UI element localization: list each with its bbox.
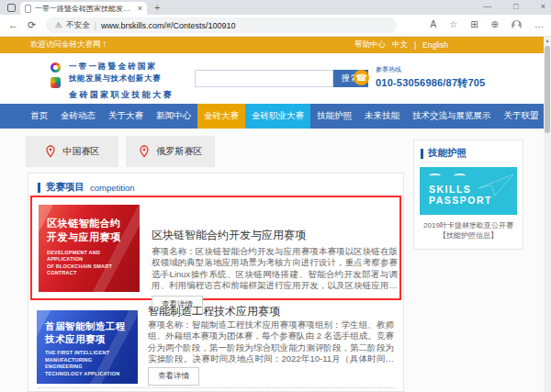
banner-en-line1: THE FIRST INTELLIGENT: [45, 350, 129, 356]
banner-en-line2: OF BLOCKCHAIN SMART CONTRACT: [47, 263, 131, 276]
window-controls: — □ ×: [483, 1, 545, 13]
page-icon: [25, 5, 31, 13]
minimize-icon[interactable]: —: [483, 1, 491, 13]
sidebar-divider: [421, 162, 516, 163]
nav-item-brics-contest[interactable]: 金砖大赛: [197, 104, 245, 129]
nav-item-tech-exchange[interactable]: 技术交流与展览展示: [406, 104, 498, 129]
hotline-label: 参赛热线: [376, 65, 485, 74]
url-field[interactable]: ⚠ 不安全 | www.brskills.com/#/Contests/1009…: [46, 17, 397, 33]
nav-item-about-alliance[interactable]: 关于联盟: [498, 104, 545, 129]
close-icon[interactable]: ×: [541, 1, 545, 13]
hotline-block: ☎ 参赛热线 010-53056986/87转705: [354, 65, 485, 90]
nav-item-future-skills[interactable]: 未来技能: [358, 104, 406, 129]
url-text: www.brskills.com/#/Contests/100910: [101, 21, 236, 30]
nav-item-home[interactable]: 首页: [24, 104, 54, 129]
section-title: 竞赛项目: [46, 181, 84, 194]
profile-avatar[interactable]: [512, 20, 522, 30]
region-tab-label: 中国赛区: [63, 145, 100, 158]
belt-road-logo-icon: [51, 62, 61, 73]
tab-title: 一带一路暨金砖国家技能发展与...: [35, 4, 134, 14]
nav-item-skills-passport[interactable]: 技能护照: [310, 104, 358, 129]
back-icon[interactable]: ←: [8, 19, 18, 30]
address-bar: ← ⟳ ⚠ 不安全 | www.brskills.com/#/Contests/…: [0, 15, 551, 37]
site-title: 一带一路暨金砖国家 技能发展与技术创新大赛 金砖国家职业技能大赛: [69, 62, 174, 101]
passport-caption[interactable]: 2019叶卡捷林堡欧亚公开赛【技能护照信息】: [420, 220, 517, 241]
banner-title-line2: 技术应用赛项: [45, 332, 129, 345]
content-area: 中国赛区 俄罗斯赛区 竞赛项目 competition 区块链智能合约 开发与应…: [0, 129, 544, 392]
phone-icon: ☎: [354, 70, 369, 85]
banner-title-line2: 开发与应用赛项: [47, 230, 131, 244]
tab-close-icon[interactable]: ×: [138, 5, 142, 13]
main-nav: 首页 金砖动态 关于大赛 新闻中心 金砖大赛 金砖职业大赛 技能护照 未来技能 …: [0, 104, 544, 129]
site-title-line2: 技能发展与技术创新大赛: [69, 73, 174, 84]
contest-description: 赛项名称：智能制造工程技术应用赛项赛项组别：学生组、教师组、外籍组本赛项为团体赛…: [148, 319, 394, 364]
collections-icon[interactable]: ⊞: [470, 18, 478, 31]
contest-banner-blockchain[interactable]: 区块链智能合约 开发与应用赛项 DEVELOPMENT AND APPLICAT…: [39, 205, 140, 292]
favorites-star-icon[interactable]: ☆: [449, 18, 457, 31]
passport-text-line1: SKILLS: [429, 184, 492, 195]
scrollbar-thumb[interactable]: [545, 46, 550, 133]
passport-logos-icon: [429, 174, 466, 178]
scrollbar[interactable]: ▲: [544, 37, 551, 392]
section-accent-bar: [38, 183, 40, 193]
site-title-line3: 金砖国家职业技能大赛: [69, 89, 174, 101]
card-divider: [38, 387, 396, 388]
not-secure-warning-icon: ⚠: [55, 21, 62, 29]
contest-card-blockchain: 区块链智能合约 开发与应用赛项 DEVELOPMENT AND APPLICAT…: [30, 196, 401, 300]
browser-tools-icon[interactable]: ⊕: [491, 18, 499, 31]
view-details-button[interactable]: 查看详情: [148, 367, 199, 386]
url-separator: |: [95, 21, 96, 30]
location-pin-icon: [45, 145, 56, 158]
competition-panel: 竞赛项目 competition 区块链智能合约 开发与应用赛项 DEVELOP…: [28, 173, 404, 392]
banner-en-line2: MANUFACTURING ENGINEERING: [45, 357, 129, 370]
sidebar-title: 技能护照: [428, 147, 467, 160]
browser-tab[interactable]: 一带一路暨金砖国家技能发展与... ×: [20, 2, 147, 15]
site-header: 一带一路暨金砖国家 技能发展与技术创新大赛 金砖国家职业技能大赛 搜索 ☎ 参赛…: [0, 53, 544, 104]
browser-window: 一带一路暨金砖国家技能发展与... × + — □ × ← ⟳ ⚠ 不安全 | …: [0, 0, 551, 392]
nav-item-about-contest[interactable]: 关于大赛: [102, 104, 150, 129]
skills-passport-image[interactable]: SKILLS PASSPORT: [420, 167, 517, 215]
notice-bar: 欢迎访问金砖大赛网！ 帮助中心 中文 | English: [0, 37, 544, 53]
contest-banner-manufacturing[interactable]: 首届智能制造工程 技术应用赛项 THE FIRST INTELLIGENT MA…: [37, 310, 138, 384]
address-bar-icons: A ☆ ⊞ ⊕ …: [431, 18, 544, 31]
site-title-line1: 一带一路暨金砖国家: [69, 62, 174, 73]
brics-logo-icon: [51, 77, 61, 88]
skills-passport-panel: 技能护照 SKILLS PASSPORT 2019叶卡捷林堡欧亚公开赛【技能护照…: [413, 140, 523, 250]
contest-title[interactable]: 区块链智能合约开发与应用赛项: [152, 228, 306, 243]
banner-title-line1: 区块链智能合约: [47, 217, 131, 230]
help-center-link[interactable]: 帮助中心: [354, 39, 386, 50]
lang-chinese-link[interactable]: 中文: [392, 39, 408, 50]
passport-text-line2: PASSPORT: [429, 195, 492, 206]
browser-tab-bar: 一带一路暨金砖国家技能发展与... × + — □ ×: [0, 0, 551, 15]
region-tab-china[interactable]: 中国赛区: [26, 136, 118, 167]
contest-title[interactable]: 智能制造工程技术应用赛项: [148, 304, 280, 319]
refresh-icon[interactable]: ⟳: [28, 19, 36, 31]
security-label: 不安全: [66, 20, 90, 31]
section-header: 竞赛项目 competition: [38, 181, 135, 194]
lang-english-link[interactable]: English: [422, 40, 448, 50]
read-aloud-icon[interactable]: A: [431, 18, 437, 31]
lang-divider: |: [414, 40, 416, 50]
contest-description: 赛项名称：区块链智能合约开发与应用赛项本赛项以区块链在版权领域的典型落地应用场景…: [152, 246, 398, 291]
section-subtitle: competition: [90, 183, 135, 193]
sidebar-accent-bar: [421, 149, 423, 159]
scroll-up-icon[interactable]: ▲: [544, 38, 551, 43]
nav-item-brics-news[interactable]: 金砖动态: [54, 104, 102, 129]
new-tab-button[interactable]: +: [154, 3, 160, 13]
search-input[interactable]: [195, 70, 333, 87]
page-body: 欢迎访问金砖大赛网！ 帮助中心 中文 | English 一带一路暨金砖国家 技…: [0, 37, 544, 392]
nav-item-brics-vocational-contest[interactable]: 金砖职业大赛: [245, 104, 310, 129]
region-tab-label: 俄罗斯赛区: [157, 145, 203, 158]
hotline-number: 010-53056986/87转705: [376, 76, 485, 90]
tab-actions-icon[interactable]: [7, 4, 16, 12]
maximize-icon[interactable]: □: [513, 1, 518, 13]
sidebar-header: 技能护照: [421, 147, 467, 160]
more-menu-icon[interactable]: …: [534, 18, 544, 31]
nav-item-news-center[interactable]: 新闻中心: [150, 104, 197, 129]
banner-en-line3: TECHNOLOGY APPLICATION: [45, 371, 129, 377]
welcome-text: 欢迎访问金砖大赛网！: [30, 39, 108, 50]
banner-en-line1: DEVELOPMENT AND APPLICATION: [47, 250, 131, 263]
search-box: 搜索: [195, 70, 368, 87]
region-tab-russia[interactable]: 俄罗斯赛区: [126, 136, 215, 167]
location-pin-icon: [139, 145, 150, 158]
